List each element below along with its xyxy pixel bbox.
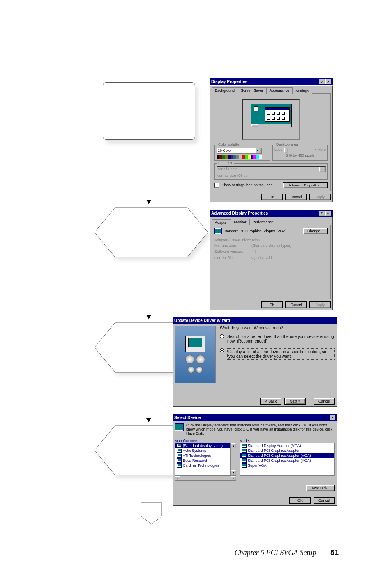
- tab-appearance[interactable]: Appearance: [266, 87, 293, 94]
- scroll-left-icon[interactable]: ◄: [175, 476, 180, 480]
- apply-button: Apply: [309, 301, 331, 308]
- tab-performance[interactable]: Performance: [249, 219, 277, 225]
- dialog-title: Advanced Display Properties: [211, 211, 268, 215]
- wizard-image: [175, 326, 216, 383]
- cd-icon: [185, 355, 194, 364]
- close-icon[interactable]: ×: [325, 211, 331, 216]
- close-icon[interactable]: ×: [330, 415, 335, 420]
- scroll-right-icon[interactable]: ►: [231, 476, 236, 480]
- flow-step-1: [103, 82, 195, 140]
- flow-offpage: [140, 502, 164, 526]
- display-icon: [242, 458, 247, 463]
- display-icon: [177, 463, 182, 468]
- resolution-slider[interactable]: [284, 149, 316, 150]
- tab-monitor[interactable]: Monitor: [231, 219, 250, 225]
- color-palette-select[interactable]: 16 Color ▼: [217, 148, 262, 154]
- display-icon: [177, 454, 182, 458]
- page-footer: Chapter 5 PCI SVGA Setup 51: [0, 549, 392, 557]
- list-item[interactable]: Standard Display Adapter (VGA): [240, 443, 334, 448]
- cd-icon: [196, 366, 203, 373]
- svg-marker-6: [141, 503, 162, 524]
- advanced-properties-button[interactable]: Advanced Properties...: [283, 182, 328, 188]
- font-size-select: Small Fonts ▼: [217, 166, 326, 172]
- manufacturers-label: Manufacturers:: [175, 439, 236, 443]
- list-item[interactable]: Boca Research: [175, 458, 230, 463]
- scroll-down-icon[interactable]: ▼: [231, 470, 236, 475]
- list-item[interactable]: Standard PCI Graphics Adapter (VGA): [240, 453, 334, 458]
- chevron-down-icon[interactable]: ▼: [255, 148, 261, 153]
- display-icon: [177, 444, 182, 448]
- dialog-title: Display Properties: [211, 79, 247, 84]
- radio-display-list[interactable]: [220, 348, 224, 352]
- flow-decision-1: [94, 204, 209, 269]
- resolution-value: 640 by 480 pixels: [274, 153, 326, 157]
- cd-icon: [188, 366, 194, 373]
- cancel-button[interactable]: Cancel: [285, 301, 307, 308]
- cancel-button[interactable]: Cancel: [285, 194, 307, 200]
- scrollbar-h[interactable]: ◄ ►: [175, 476, 236, 481]
- display-icon: [175, 423, 184, 431]
- models-label: Models:: [240, 439, 335, 443]
- font-size-label: Font size: [217, 161, 234, 165]
- display-icon: [177, 458, 182, 463]
- display-icon: [242, 444, 247, 448]
- cancel-button[interactable]: Cancel: [314, 497, 335, 504]
- have-disk-button[interactable]: Have Disk...: [306, 485, 335, 491]
- close-icon[interactable]: ×: [325, 79, 331, 84]
- update-driver-wizard: Update Device Driver Wizard: [173, 317, 337, 407]
- scrollbar[interactable]: ▲ ▼: [231, 443, 236, 476]
- instructions: Click the Display adapters that matches …: [186, 423, 335, 435]
- tab-settings[interactable]: Settings: [292, 88, 312, 94]
- models-list[interactable]: Standard Display Adapter (VGA)Standard P…: [240, 443, 335, 476]
- list-item[interactable]: (Standard display types): [175, 443, 230, 448]
- display-icon: [242, 449, 247, 453]
- list-item[interactable]: Standard PCI Graphics Adapter (XGA): [240, 458, 334, 463]
- list-item[interactable]: Super VGA: [240, 463, 334, 468]
- apply-button: Apply: [309, 194, 331, 200]
- change-button[interactable]: Change...: [303, 228, 328, 234]
- cancel-button[interactable]: Cancel: [314, 398, 335, 405]
- list-item[interactable]: Standard PCI Graphics Adapter: [240, 448, 334, 453]
- manufacturers-list[interactable]: (Standard display types)Actix SystemsATI…: [175, 443, 231, 476]
- ok-button[interactable]: OK: [261, 194, 283, 200]
- tab-adapter[interactable]: Adapter: [212, 219, 231, 226]
- list-item[interactable]: ATI Technologies: [175, 453, 230, 458]
- color-palette-label: Color palette: [217, 142, 240, 146]
- chevron-down-icon: ▼: [319, 167, 325, 172]
- chapter-title: Chapter 5 PCI SVGA Setup: [235, 549, 316, 557]
- page-number: 51: [330, 549, 339, 557]
- adapter-icon: [214, 228, 222, 234]
- ok-button[interactable]: OK: [289, 497, 311, 504]
- radio-search[interactable]: [220, 334, 224, 338]
- back-button[interactable]: < Back: [260, 398, 281, 405]
- tabs: Background Screen Saver Appearance Setti…: [212, 87, 331, 94]
- adapter-name: Standard PCI Graphics Adapter (VGA): [224, 229, 287, 233]
- help-icon[interactable]: ?: [319, 79, 325, 84]
- next-button[interactable]: Next >: [284, 398, 306, 405]
- svg-marker-1: [95, 208, 208, 257]
- display-properties-dialog: Display Properties ? × Background Screen…: [210, 78, 333, 202]
- dialog-title: Select Device: [174, 415, 201, 420]
- display-icon: [177, 449, 182, 453]
- scroll-up-icon[interactable]: ▲: [231, 443, 236, 448]
- info-header: Adapter / Driver information: [214, 238, 328, 243]
- tab-background[interactable]: Background: [212, 87, 238, 94]
- color-bar: [217, 155, 262, 159]
- tab-screensaver[interactable]: Screen Saver: [238, 87, 267, 94]
- help-icon[interactable]: ?: [319, 211, 325, 216]
- titlebar: Display Properties ? ×: [210, 78, 333, 85]
- desktop-area-label: Desktop area: [275, 142, 299, 146]
- ok-button[interactable]: OK: [261, 301, 283, 308]
- start-icon: [251, 124, 258, 127]
- wizard-prompt: What do you want Windows to do?: [220, 326, 335, 330]
- computer-icon: [185, 336, 205, 352]
- list-item[interactable]: Actix Systems: [175, 448, 230, 453]
- preview-monitor: [242, 99, 300, 140]
- font-size-note: Normal size (96 dpi): [217, 174, 326, 178]
- show-icon-checkbox[interactable]: [214, 183, 219, 188]
- advanced-display-dialog: Advanced Display Properties ? × Adapter …: [210, 210, 333, 310]
- select-device-dialog: Select Device × Click the Display adapte…: [173, 414, 337, 506]
- dialog-title: Update Device Driver Wizard: [174, 318, 230, 323]
- list-item[interactable]: Cardinal Technologies: [175, 463, 230, 468]
- display-icon: [242, 463, 247, 468]
